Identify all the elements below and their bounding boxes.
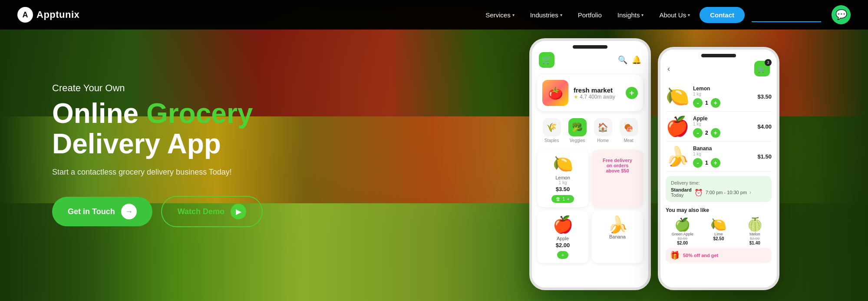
back-icon[interactable]: ‹ [667, 64, 670, 73]
delivery-box: Delivery time: Standard Today ⏰ 7:00 pm … [666, 176, 772, 202]
phone-notch-2 [660, 50, 777, 59]
logo-icon: A [17, 7, 33, 23]
cart-apple-minus-button[interactable]: - [693, 128, 703, 138]
cart-banana-plus-button[interactable]: + [711, 158, 720, 168]
nav-link-insights[interactable]: Insights ▾ [611, 8, 650, 22]
nav-link-services[interactable]: Services ▾ [479, 8, 521, 22]
lime-price: $2.50 [713, 236, 724, 241]
cart-banana-minus-button[interactable]: - [693, 158, 703, 168]
gift-icon: 🎁 [670, 251, 680, 260]
delivery-standard-label: Standard [671, 187, 692, 192]
phone-mockup-2: ‹ 🛒 3 🍋 Lemon 1 kg - 1 + [658, 47, 779, 290]
also-like-grid: 🍏 Green Apple $2.00 $2.00 🍋 Lime $2.50 🍈… [666, 217, 772, 245]
cart-lemon-plus-button[interactable]: + [711, 98, 720, 108]
cart-apple-info: Apple 1 kg - 2 + [693, 116, 754, 138]
get-in-touch-button[interactable]: Get in Touch → [52, 197, 152, 226]
cart-lemon-minus-button[interactable]: - [693, 98, 703, 108]
category-item-staples[interactable]: 🌾 Staples [543, 118, 561, 143]
cart-apple-plus-button[interactable]: + [711, 128, 720, 138]
navbar: A Apptunix Services ▾ Industries ▾ Portf… [0, 0, 868, 30]
cart-lemon-info: Lemon 1 kg - 1 + [693, 86, 754, 108]
promo-text: Free deliveryon ordersabove $50 [603, 158, 632, 173]
store-add-button[interactable]: + [626, 87, 638, 99]
hero-section: A Apptunix Services ▾ Industries ▾ Portf… [0, 0, 868, 301]
meat-icon: 🍖 [620, 118, 638, 136]
lemon-name: Lemon [555, 175, 570, 180]
product-card-lemon: 🍋 Lemon 1 kg $3.50 🗑 1 + [537, 150, 588, 207]
store-name: fresh market [574, 86, 620, 94]
hero-content: Create Your Own Online Grocery Delivery … [52, 74, 263, 228]
nav-contact-button[interactable]: Contact [700, 7, 745, 23]
apple-add-button[interactable]: + [557, 251, 568, 259]
apple-name: Apple [557, 236, 569, 241]
melon-name: Melon [749, 232, 760, 236]
phones-container: 🛒 🔍 🔔 🍅 fresh market ★ 4.7 400m away + [529, 30, 833, 301]
phone2-header: ‹ 🛒 3 [660, 59, 777, 80]
cart-banana-qty: 1 [705, 160, 708, 166]
play-icon: ▶ [231, 204, 246, 219]
lime-emoji: 🍋 [710, 217, 726, 232]
logo[interactable]: A Apptunix [17, 7, 79, 23]
cart-item-lemon: 🍋 Lemon 1 kg - 1 + $3.50 [666, 82, 772, 112]
hero-title: Online Grocery Delivery App [52, 98, 263, 159]
watch-demo-button[interactable]: Watch Demo ▶ [161, 196, 263, 227]
lime-name: Lime [714, 232, 723, 236]
cart-lemon-name: Lemon [693, 86, 754, 92]
nav-item-about[interactable]: About Us ▾ [653, 8, 696, 22]
notch-bar-2 [701, 54, 736, 57]
notch-bar-1 [573, 45, 607, 49]
apple-plus-icon: + [561, 252, 564, 258]
search-input[interactable] [752, 7, 821, 22]
meat-label: Meat [624, 138, 633, 143]
industries-arrow-icon: ▾ [560, 13, 562, 17]
hero-title-green: Grocery [146, 98, 253, 129]
hero-title-line2: Delivery App [52, 128, 221, 159]
cart-lemon-qty: 1 [705, 100, 708, 106]
lemon-emoji: 🍋 [553, 154, 573, 173]
whatsapp-button[interactable]: 💬 [832, 5, 851, 24]
nav-links: Services ▾ Industries ▾ Portfolio Insigh… [479, 7, 745, 23]
cart-banana-icon: 🍌 [666, 145, 690, 168]
melon-emoji: 🍈 [747, 217, 763, 232]
category-item-home[interactable]: 🏠 Home [594, 118, 612, 143]
cart-banana-qty-control: - 1 + [693, 158, 754, 168]
arrow-right-icon: → [121, 204, 137, 219]
hero-buttons: Get in Touch → Watch Demo ▶ [52, 196, 263, 227]
hero-description: Start a contactless grocery delivery bus… [52, 168, 263, 177]
hero-subtitle: Create Your Own [52, 83, 263, 94]
store-card: 🍅 fresh market ★ 4.7 400m away + [537, 75, 643, 111]
delivery-title: Delivery time: [671, 180, 766, 185]
cart-icon[interactable]: 🛒 3 [754, 61, 770, 76]
cart-banana-name: Banana [693, 146, 754, 152]
cart-apple-icon: 🍎 [666, 115, 690, 138]
also-like-title: You may also like [666, 207, 772, 213]
lemon-price: $3.50 [556, 186, 570, 192]
nav-item-insights[interactable]: Insights ▾ [611, 8, 650, 22]
cart-items: 🍋 Lemon 1 kg - 1 + $3.50 🍎 [660, 80, 777, 173]
lemon-weight: 1 kg [559, 180, 567, 185]
nav-item-industries[interactable]: Industries ▾ [524, 8, 568, 22]
nav-item-services[interactable]: Services ▾ [479, 8, 521, 22]
nav-link-industries[interactable]: Industries ▾ [524, 8, 568, 22]
category-row: 🌾 Staples 🥦 Veggies 🏠 Home 🍖 Meat [534, 115, 647, 146]
nav-link-about[interactable]: About Us ▾ [653, 8, 696, 22]
cart-apple-weight: 1 kg [693, 122, 754, 126]
phone1-header: 🛒 🔍 🔔 [532, 50, 648, 71]
category-item-meat[interactable]: 🍖 Meat [620, 118, 638, 143]
cart-apple-name: Apple [693, 116, 754, 122]
nav-item-contact[interactable]: Contact [700, 7, 745, 23]
lemon-add-button[interactable]: 🗑 1 + [551, 195, 574, 203]
banana-emoji: 🍌 [607, 215, 628, 234]
delivery-standard: Standard Today [671, 187, 692, 198]
also-like-section: You may also like 🍏 Green Apple $2.00 $2… [660, 205, 777, 245]
category-item-veggies[interactable]: 🥦 Veggies [568, 118, 587, 143]
store-image: 🍅 [542, 80, 568, 106]
nav-item-portfolio[interactable]: Portfolio [572, 8, 608, 22]
home-icon: 🏠 [594, 118, 612, 136]
cart-banana-price: $1.50 [757, 153, 772, 160]
delivery-day: Today [671, 192, 692, 198]
delivery-range: 7:00 pm - 10:30 pm [706, 190, 747, 195]
star-icon: ★ [574, 94, 578, 100]
lemon-qty: 1 [562, 196, 565, 202]
nav-link-portfolio[interactable]: Portfolio [572, 8, 608, 22]
